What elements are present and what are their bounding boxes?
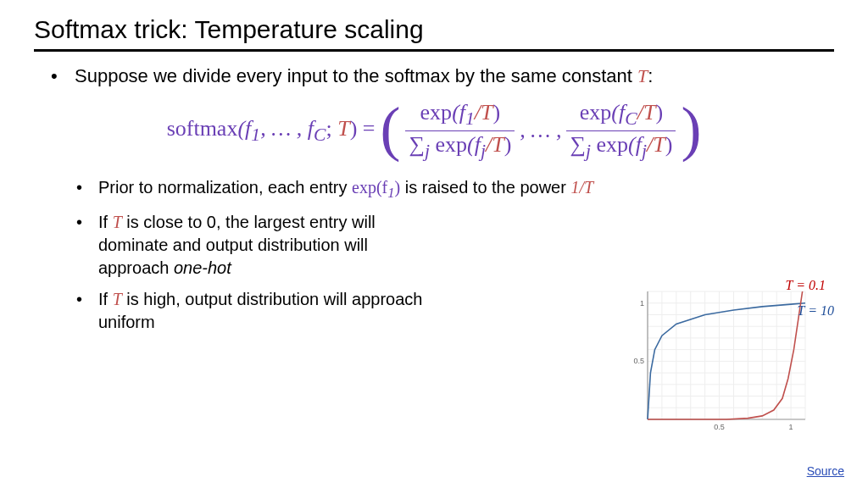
semi: ; <box>326 116 337 141</box>
text: If <box>98 213 113 231</box>
sub: 1 <box>465 108 475 129</box>
sub: 1 <box>387 185 394 201</box>
bullet-text: Suppose we divide every input to the sof… <box>75 64 653 89</box>
var-T: T <box>337 116 349 141</box>
paren-right-icon: ) <box>681 111 701 147</box>
power: 1/T <box>570 178 593 197</box>
sub: C <box>314 125 326 145</box>
chart-legend-red: T = 0.1 <box>786 278 826 293</box>
arg: (f <box>452 100 465 125</box>
sum-icon: ∑ <box>570 132 586 157</box>
emph: one-hot <box>174 258 231 277</box>
bullet-text: If T is close to 0, the largest entry wi… <box>98 211 441 280</box>
sub: C <box>625 108 637 129</box>
text: : <box>648 65 653 86</box>
fn-softmax: softmax <box>167 116 238 141</box>
svg-text:1: 1 <box>789 423 793 431</box>
bullet-dot-icon: • <box>51 64 75 89</box>
close: ) <box>665 132 673 157</box>
text: If <box>98 290 113 308</box>
paren-left-icon: ( <box>380 111 400 147</box>
eq: ) = <box>350 116 376 141</box>
fn-exp: exp <box>580 100 612 125</box>
var-T: T <box>637 65 648 86</box>
sub-bullet-3: • If T is high, output distribution will… <box>76 288 441 334</box>
arg: (f <box>467 132 481 157</box>
slash-T: /T <box>647 132 665 157</box>
slide-title: Softmax trick: Temperature scaling <box>34 15 834 52</box>
sub: 1 <box>251 125 260 145</box>
args: , … , f <box>260 116 314 141</box>
var-T: T <box>113 290 122 308</box>
close: ) <box>504 132 512 157</box>
close: ) <box>493 100 501 125</box>
svg-text:0.5: 0.5 <box>714 423 725 431</box>
softmax-formula: softmax(f1, … , fC; T) = ( exp(f1/T) ∑j … <box>167 101 702 161</box>
args: (f <box>237 116 251 141</box>
bullet-main-1: • Suppose we divide every input to the s… <box>34 64 834 89</box>
chart-container: T = 0.1 T = 10 0.510.51 <box>624 286 819 435</box>
fraction-2: exp(fC/T) ∑j exp(fj/T) <box>566 101 676 161</box>
var-T: T <box>113 213 122 231</box>
bullet-dot-icon: • <box>76 211 98 280</box>
text: is raised to the power <box>400 178 570 197</box>
sum-icon: ∑ <box>409 132 425 157</box>
slash-T: /T <box>486 132 504 157</box>
close: ) <box>655 100 663 125</box>
arg: (f <box>628 132 642 157</box>
fn-exp: exp <box>420 100 453 125</box>
text: is close to 0, the largest entry will do… <box>98 213 376 277</box>
expr: exp(f1) <box>352 178 400 197</box>
bullet-text: If T is high, output distribution will a… <box>98 288 441 334</box>
sub: j <box>586 141 591 161</box>
chart-legend-blue: T = 10 <box>798 303 834 319</box>
sub: j <box>425 141 430 161</box>
arg: (f <box>611 100 625 125</box>
bullet-dot-icon: • <box>76 288 98 334</box>
text: Suppose we divide every input to the sof… <box>75 65 637 86</box>
slash-T: /T <box>475 100 493 125</box>
fn-exp: exp <box>597 132 629 157</box>
formula-row: softmax(f1, … , fC; T) = ( exp(f1/T) ∑j … <box>34 101 834 161</box>
fn-exp: exp <box>436 132 468 157</box>
bullet-dot-icon: • <box>76 176 98 203</box>
text: exp(f <box>352 178 387 197</box>
fraction-1: exp(f1/T) ∑j exp(fj/T) <box>405 101 515 161</box>
text: is high, output distribution will approa… <box>98 290 422 331</box>
source-link[interactable]: Source <box>807 464 844 478</box>
sub-bullet-2: • If T is close to 0, the largest entry … <box>76 211 441 280</box>
sub-bullet-1: • Prior to normalization, each entry exp… <box>76 176 822 203</box>
text: Prior to normalization, each entry <box>98 178 352 197</box>
dots: , … , <box>520 118 561 143</box>
svg-text:1: 1 <box>640 299 644 308</box>
slash-T: /T <box>637 100 656 125</box>
temperature-chart: 0.510.51 <box>624 286 810 435</box>
bullet-text: Prior to normalization, each entry exp(f… <box>98 176 593 203</box>
svg-text:0.5: 0.5 <box>633 357 644 365</box>
slide: Softmax trick: Temperature scaling • Sup… <box>0 0 868 488</box>
